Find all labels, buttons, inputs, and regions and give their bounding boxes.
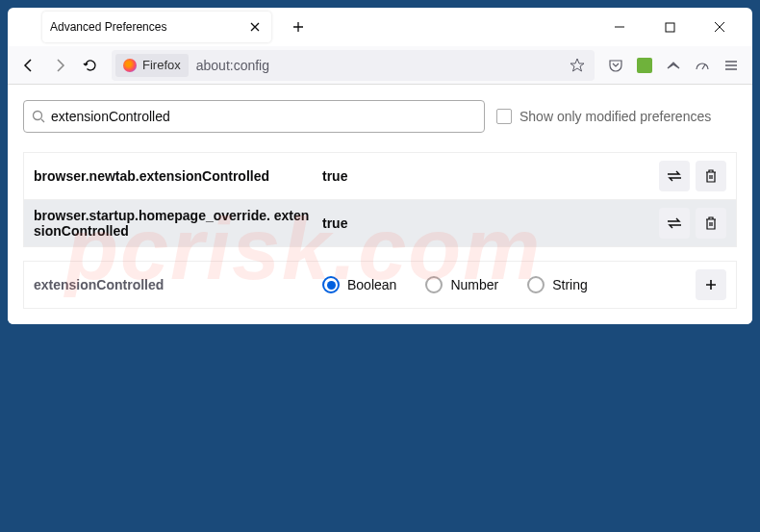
menu-button[interactable] bbox=[718, 52, 745, 79]
prefs-table: browser.newtab.extensionControlled true … bbox=[23, 152, 737, 247]
browser-window: Advanced Preferences Firefox about:confi… bbox=[8, 8, 752, 324]
delete-button[interactable] bbox=[696, 161, 726, 191]
window-controls bbox=[606, 13, 747, 40]
add-pref-button[interactable] bbox=[696, 269, 726, 300]
checkbox-icon bbox=[496, 109, 512, 124]
identity-box[interactable]: Firefox bbox=[115, 54, 189, 77]
pref-row: browser.startup.homepage_override. exten… bbox=[24, 200, 736, 246]
pref-value: true bbox=[322, 168, 534, 184]
svg-point-1 bbox=[34, 112, 42, 120]
forward-button[interactable] bbox=[46, 52, 73, 79]
new-tab-button[interactable] bbox=[285, 13, 312, 40]
type-radio-group: Boolean Number String bbox=[322, 276, 588, 293]
show-modified-label: Show only modified preferences bbox=[519, 109, 711, 124]
about-config-content: Show only modified preferences browser.n… bbox=[8, 85, 752, 324]
maximize-button[interactable] bbox=[656, 13, 683, 40]
radio-icon bbox=[527, 276, 545, 293]
pocket-icon[interactable] bbox=[602, 52, 629, 79]
toggle-button[interactable] bbox=[659, 208, 690, 239]
radio-boolean[interactable]: Boolean bbox=[322, 276, 396, 293]
show-modified-checkbox[interactable]: Show only modified preferences bbox=[496, 109, 711, 124]
search-row: Show only modified preferences bbox=[23, 100, 737, 133]
tab-title: Advanced Preferences bbox=[50, 20, 246, 34]
back-button[interactable] bbox=[15, 52, 42, 79]
new-pref-row: extensionControlled Boolean Number Strin… bbox=[23, 261, 737, 309]
radio-icon bbox=[322, 276, 340, 293]
radio-icon bbox=[425, 276, 443, 293]
pref-name: browser.newtab.extensionControlled bbox=[34, 168, 322, 184]
gauge-icon[interactable] bbox=[689, 52, 716, 79]
inbox-icon[interactable] bbox=[660, 52, 687, 79]
search-box[interactable] bbox=[23, 100, 485, 133]
reload-button[interactable] bbox=[77, 52, 104, 79]
minimize-button[interactable] bbox=[606, 13, 633, 40]
pref-row: browser.newtab.extensionControlled true bbox=[24, 153, 736, 200]
radio-string[interactable]: String bbox=[527, 276, 588, 293]
firefox-icon bbox=[123, 59, 137, 72]
pref-name: browser.startup.homepage_override. exten… bbox=[34, 208, 322, 239]
nav-toolbar: Firefox about:config bbox=[8, 46, 752, 85]
url-text: about:config bbox=[189, 58, 564, 73]
search-input[interactable] bbox=[51, 109, 476, 124]
svg-rect-0 bbox=[666, 23, 674, 32]
radio-number[interactable]: Number bbox=[425, 276, 498, 293]
search-icon bbox=[32, 110, 45, 123]
toggle-button[interactable] bbox=[659, 161, 690, 191]
close-window-button[interactable] bbox=[706, 13, 733, 40]
titlebar: Advanced Preferences bbox=[8, 8, 752, 46]
close-tab-icon[interactable] bbox=[246, 18, 264, 36]
bookmark-star-icon[interactable] bbox=[564, 52, 591, 79]
identity-label: Firefox bbox=[142, 58, 181, 72]
browser-tab[interactable]: Advanced Preferences bbox=[42, 12, 271, 42]
url-bar[interactable]: Firefox about:config bbox=[112, 50, 595, 81]
delete-button[interactable] bbox=[696, 208, 726, 239]
pref-value: true bbox=[322, 215, 534, 231]
extension-icon[interactable] bbox=[631, 52, 658, 79]
new-pref-name: extensionControlled bbox=[34, 277, 322, 292]
